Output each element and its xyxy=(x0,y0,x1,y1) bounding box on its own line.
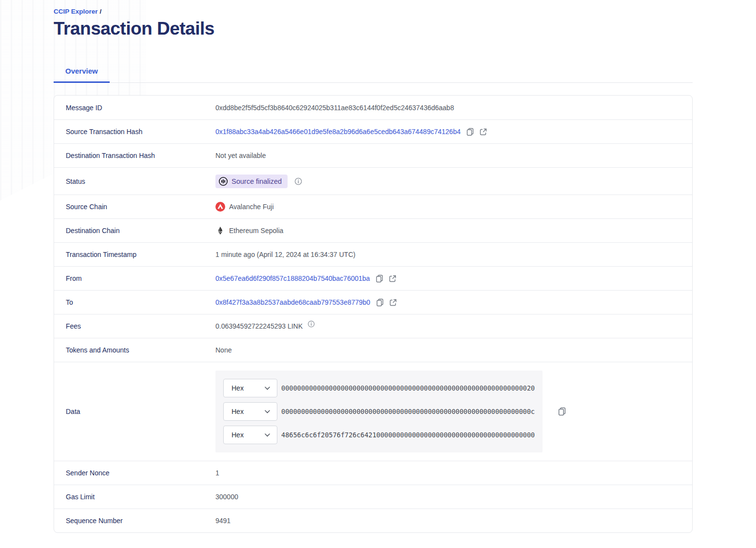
table-row-dest-tx-hash: Destination Transaction Hash Not yet ava… xyxy=(54,143,692,167)
row-label: Message ID xyxy=(54,104,215,112)
transaction-details-page: CCIP Explorer/ Transaction Details Overv… xyxy=(54,0,693,533)
copy-icon[interactable] xyxy=(466,128,474,136)
row-label: Source Transaction Hash xyxy=(54,128,215,136)
data-hex-line: Hex 48656c6c6f20576f726c6421000000000000… xyxy=(223,426,535,444)
row-label: Status xyxy=(54,177,215,185)
table-row-status: Status Source finalized xyxy=(54,167,692,195)
from-address-link[interactable]: 0x5e67ea6d6f290f857c1888204b7540bac76001… xyxy=(215,274,370,282)
gas-limit-value: 300000 xyxy=(215,493,692,501)
data-hex-box: Hex 000000000000000000000000000000000000… xyxy=(215,371,543,452)
encoding-select[interactable]: Hex xyxy=(223,402,277,421)
tokens-and-amounts-value: None xyxy=(215,346,692,354)
chevron-down-icon xyxy=(265,410,270,413)
ethereum-sepolia-icon xyxy=(215,226,225,235)
row-label: Sender Nonce xyxy=(54,469,215,477)
hex-data-value: 0000000000000000000000000000000000000000… xyxy=(281,408,535,415)
tab-overview[interactable]: Overview xyxy=(54,62,110,83)
table-row-message-id: Message ID 0xdd8be2f5f5d5cf3b8640c629240… xyxy=(54,96,692,119)
avalanche-fuji-icon xyxy=(215,202,225,212)
info-icon[interactable] xyxy=(294,177,302,185)
row-label: To xyxy=(54,298,215,306)
row-label: From xyxy=(54,274,215,282)
encoding-select-value: Hex xyxy=(232,408,244,415)
table-row-timestamp: Transaction Timestamp 1 minute ago (Apri… xyxy=(54,242,692,266)
row-label: Tokens and Amounts xyxy=(54,346,215,354)
row-label: Gas Limit xyxy=(54,493,215,501)
table-row-source-tx-hash: Source Transaction Hash 0x1f88abc33a4ab4… xyxy=(54,119,692,143)
fees-value: 0.06394592722245293 LINK xyxy=(215,322,303,330)
hex-data-value: 48656c6c6f20576f726c64210000000000000000… xyxy=(281,431,535,439)
table-row-from: From 0x5e67ea6d6f290f857c1888204b7540bac… xyxy=(54,266,692,290)
source-chain-name: Avalanche Fuji xyxy=(229,203,274,211)
row-label: Destination Transaction Hash xyxy=(54,152,215,159)
chevron-down-icon xyxy=(265,433,270,437)
status-badge: Source finalized xyxy=(215,175,288,188)
external-link-icon[interactable] xyxy=(389,275,396,282)
row-label: Fees xyxy=(54,322,215,330)
encoding-select[interactable]: Hex xyxy=(223,426,277,444)
table-row-to: To 0x8f427f3a3a8b2537aabde68caab797553e8… xyxy=(54,290,692,314)
table-row-dest-chain: Destination Chain Ethereum Sepolia xyxy=(54,218,692,242)
table-row-gas-limit: Gas Limit 300000 xyxy=(54,485,692,509)
encoding-select-value: Hex xyxy=(232,431,244,439)
table-row-data: Data Hex 0000000000000000000000000000000… xyxy=(54,362,692,461)
sender-nonce-value: 1 xyxy=(215,469,692,477)
external-link-icon[interactable] xyxy=(389,299,397,306)
status-badge-label: Source finalized xyxy=(232,177,282,185)
external-link-icon[interactable] xyxy=(480,128,487,136)
breadcrumb: CCIP Explorer/ xyxy=(54,8,693,15)
row-label: Destination Chain xyxy=(54,227,215,235)
table-row-source-chain: Source Chain Avalanche Fuji xyxy=(54,195,692,218)
status-progress-icon xyxy=(218,176,228,186)
breadcrumb-separator: / xyxy=(100,8,102,15)
copy-icon[interactable] xyxy=(376,274,383,283)
tab-bar: Overview xyxy=(54,62,693,83)
row-label: Transaction Timestamp xyxy=(54,251,215,258)
encoding-select[interactable]: Hex xyxy=(223,379,277,397)
copy-icon[interactable] xyxy=(376,298,384,307)
hex-data-value: 0000000000000000000000000000000000000000… xyxy=(281,384,535,392)
to-address-link[interactable]: 0x8f427f3a3a8b2537aabde68caab797553e8779… xyxy=(215,298,370,306)
copy-icon[interactable] xyxy=(558,407,566,416)
timestamp-value: 1 minute ago (April 12, 2024 at 16:34:37… xyxy=(215,251,692,258)
table-row-sequence-number: Sequence Number 9491 xyxy=(54,509,692,532)
chevron-down-icon xyxy=(265,387,270,390)
transaction-details-table: Message ID 0xdd8be2f5f5d5cf3b8640c629240… xyxy=(54,95,693,533)
row-label: Sequence Number xyxy=(54,517,215,525)
sequence-number-value: 9491 xyxy=(215,517,692,525)
breadcrumb-ccip-explorer-link[interactable]: CCIP Explorer xyxy=(54,8,98,15)
page-title: Transaction Details xyxy=(54,19,693,39)
dest-chain-name: Ethereum Sepolia xyxy=(229,227,283,235)
encoding-select-value: Hex xyxy=(232,384,244,392)
message-id-value: 0xdd8be2f5f5d5cf3b8640c62924025b311ae83c… xyxy=(215,104,692,112)
data-hex-line: Hex 000000000000000000000000000000000000… xyxy=(223,379,535,397)
row-label: Source Chain xyxy=(54,203,215,211)
data-hex-line: Hex 000000000000000000000000000000000000… xyxy=(223,402,535,421)
table-row-fees: Fees 0.06394592722245293 LINK xyxy=(54,314,692,338)
dest-tx-hash-value: Not yet available xyxy=(215,152,692,159)
table-row-sender-nonce: Sender Nonce 1 xyxy=(54,461,692,485)
table-row-tokens-and-amounts: Tokens and Amounts None xyxy=(54,338,692,362)
info-icon[interactable] xyxy=(308,320,315,328)
source-tx-hash-link[interactable]: 0x1f88abc33a4ab426a5466e01d9e5fe8a2b96d6… xyxy=(215,128,461,136)
row-label: Data xyxy=(54,408,215,415)
